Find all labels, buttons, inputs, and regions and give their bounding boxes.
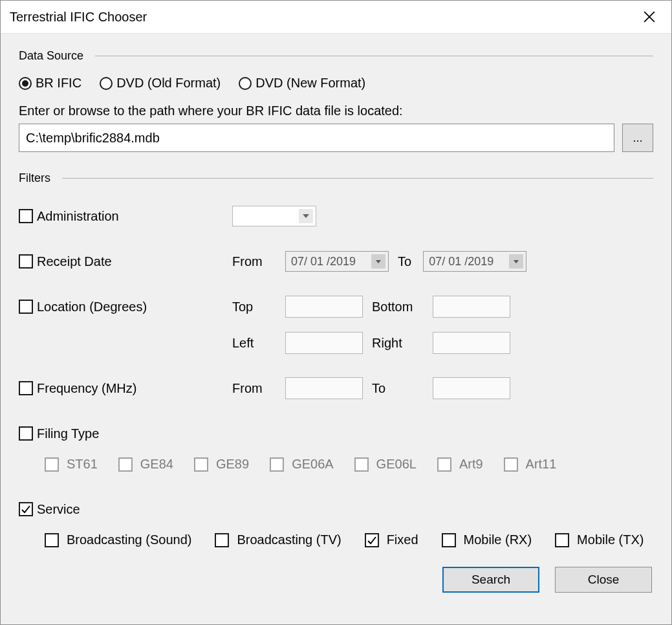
- label-location: Location (Degrees): [37, 300, 147, 314]
- label-broadcasting-tv: Broadcasting (TV): [237, 532, 341, 547]
- label-ge84: GE84: [140, 457, 173, 472]
- checkbox-receipt-date[interactable]: [19, 254, 33, 269]
- frequency-from-input[interactable]: [285, 377, 363, 399]
- radio-dot-icon: [19, 77, 32, 90]
- radio-dot-icon: [100, 77, 113, 90]
- row-filing-type: Filing Type: [19, 415, 653, 452]
- checkbox-frequency[interactable]: [19, 381, 33, 395]
- checkbox-art11: [504, 457, 518, 472]
- chevron-down-icon: [299, 209, 313, 223]
- chevron-down-icon: [509, 254, 523, 269]
- label-frequency: Frequency (MHz): [37, 381, 136, 396]
- checkbox-fixed[interactable]: [365, 533, 379, 547]
- close-button[interactable]: Close: [555, 567, 652, 593]
- svg-marker-2: [303, 214, 309, 218]
- button-row: Search Close: [19, 567, 653, 593]
- checkbox-broadcasting-tv[interactable]: [215, 533, 229, 547]
- group-label: Filters: [19, 171, 50, 185]
- label-service: Service: [37, 502, 80, 517]
- divider: [95, 56, 653, 56]
- checkbox-mobile-rx[interactable]: [442, 533, 456, 547]
- checkbox-location[interactable]: [19, 300, 33, 314]
- checkbox-mobile-tx[interactable]: [555, 533, 569, 547]
- radio-label: BR IFIC: [36, 76, 81, 91]
- location-left-input[interactable]: [285, 332, 363, 354]
- checkbox-service[interactable]: [19, 502, 33, 516]
- bottom-label: Bottom: [372, 300, 424, 314]
- label-filing-type: Filing Type: [37, 426, 99, 441]
- date-value: 07/ 01 /2019: [291, 255, 356, 269]
- data-source-radios: BR IFIC DVD (Old Format) DVD (New Format…: [19, 76, 653, 91]
- filters-section: Administration Receipt Date From: [19, 198, 653, 547]
- close-icon[interactable]: [636, 4, 662, 30]
- label-mobile-rx: Mobile (RX): [464, 532, 532, 547]
- radio-dot-icon: [239, 77, 252, 90]
- receipt-from-date[interactable]: 07/ 01 /2019: [285, 251, 389, 272]
- radio-label: DVD (New Format): [255, 76, 365, 91]
- top-label: Top: [232, 300, 276, 314]
- date-value: 07/ 01 /2019: [429, 255, 493, 269]
- from-label: From: [232, 381, 276, 396]
- dialog-body: Data Source BR IFIC DVD (Old Format) DVD…: [1, 33, 671, 624]
- frequency-to-input[interactable]: [433, 377, 510, 399]
- label-art9: Art9: [459, 457, 483, 472]
- data-source-heading: Data Source: [19, 49, 653, 63]
- titlebar: Terrestrial IFIC Chooser: [1, 1, 671, 33]
- label-receipt-date: Receipt Date: [37, 254, 112, 269]
- radio-label: DVD (Old Format): [116, 76, 221, 91]
- filing-type-options: ST61 GE84 GE89 GE06A GE06L Art9 Art11: [19, 457, 653, 472]
- label-administration: Administration: [37, 209, 119, 224]
- right-label: Right: [372, 336, 424, 351]
- radio-br-ific[interactable]: BR IFIC: [19, 76, 81, 91]
- label-ge06a: GE06A: [292, 457, 333, 472]
- label-broadcasting-sound: Broadcasting (Sound): [67, 532, 191, 547]
- row-receipt-date: Receipt Date From 07/ 01 /2019 To 07/ 01…: [19, 243, 653, 280]
- left-label: Left: [232, 336, 276, 351]
- search-button[interactable]: Search: [442, 567, 539, 593]
- chevron-down-icon: [371, 254, 385, 269]
- path-prompt: Enter or browse to the path where your B…: [19, 104, 653, 118]
- svg-marker-3: [376, 260, 381, 263]
- filters-heading: Filters: [19, 171, 653, 185]
- label-st61: ST61: [67, 457, 98, 472]
- label-fixed: Fixed: [387, 532, 418, 547]
- to-label: To: [372, 381, 424, 396]
- receipt-to-date[interactable]: 07/ 01 /2019: [423, 251, 526, 272]
- label-ge06l: GE06L: [376, 457, 417, 472]
- location-bottom-input[interactable]: [433, 296, 510, 318]
- to-label: To: [398, 254, 411, 269]
- checkbox-filing-type[interactable]: [19, 426, 33, 441]
- checkbox-broadcasting-sound[interactable]: [45, 533, 59, 547]
- checkbox-st61: [45, 457, 59, 472]
- checkbox-ge06l: [354, 457, 369, 472]
- row-administration: Administration: [19, 198, 653, 234]
- label-art11: Art11: [526, 457, 557, 472]
- checkbox-art9: [437, 457, 451, 472]
- administration-combo[interactable]: [232, 206, 316, 226]
- window-title: Terrestrial IFIC Chooser: [10, 10, 147, 25]
- row-frequency: Frequency (MHz) From To: [19, 370, 653, 406]
- checkbox-ge06a: [270, 457, 284, 472]
- service-options: Broadcasting (Sound) Broadcasting (TV) F…: [19, 532, 653, 547]
- divider: [62, 178, 653, 179]
- row-service: Service: [19, 491, 653, 527]
- svg-marker-4: [514, 260, 519, 263]
- label-mobile-tx: Mobile (TX): [577, 532, 644, 547]
- from-label: From: [232, 254, 276, 269]
- checkbox-ge84: [118, 457, 133, 472]
- path-input[interactable]: [19, 124, 614, 152]
- path-row: ...: [19, 124, 653, 152]
- label-ge89: GE89: [216, 457, 249, 472]
- row-location-left: Left Right: [19, 325, 653, 361]
- checkbox-ge89: [194, 457, 208, 472]
- row-location-top: Location (Degrees) Top Bottom: [19, 289, 653, 325]
- radio-dvd-new[interactable]: DVD (New Format): [239, 76, 365, 91]
- group-label: Data Source: [19, 49, 83, 63]
- location-top-input[interactable]: [285, 296, 363, 318]
- location-right-input[interactable]: [433, 332, 510, 354]
- browse-button[interactable]: ...: [622, 124, 653, 152]
- checkbox-administration[interactable]: [19, 209, 33, 223]
- radio-dvd-old[interactable]: DVD (Old Format): [100, 76, 221, 91]
- dialog-window: Terrestrial IFIC Chooser Data Source BR …: [0, 0, 672, 625]
